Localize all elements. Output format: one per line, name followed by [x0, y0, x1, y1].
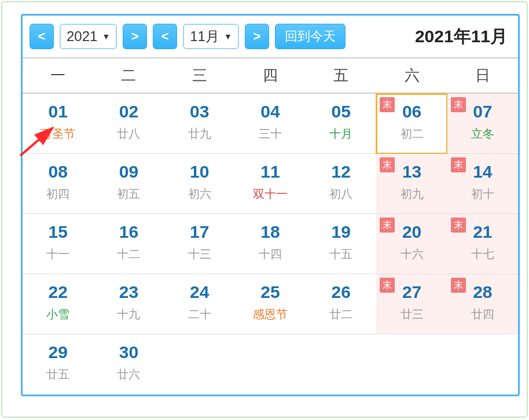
day-cell[interactable]: 末28廿四: [447, 274, 518, 334]
day-subtitle: 万圣节: [23, 126, 93, 142]
day-subtitle: 初四: [23, 186, 93, 202]
day-cell[interactable]: 25感恩节: [235, 274, 306, 334]
day-subtitle: 廿五: [23, 367, 93, 382]
day-cell[interactable]: 04三十: [235, 94, 306, 154]
day-subtitle: 初六: [164, 186, 235, 202]
day-cell[interactable]: 16十二: [93, 214, 164, 274]
day-subtitle: 廿三: [376, 307, 447, 322]
today-button[interactable]: 回到今天: [275, 24, 346, 49]
year-select[interactable]: 2021 ▼: [60, 24, 117, 49]
day-cell: [235, 334, 306, 395]
day-subtitle: 十月: [306, 126, 376, 142]
day-number: 03: [164, 102, 235, 121]
day-cell[interactable]: 18十四: [235, 214, 306, 274]
weekend-badge: 末: [451, 218, 466, 233]
weekday-label: 六: [376, 58, 447, 93]
day-subtitle: 初二: [376, 126, 447, 142]
day-cell[interactable]: 09初五: [93, 154, 164, 214]
chevron-down-icon: ▼: [102, 32, 110, 41]
day-cell[interactable]: 29廿五: [23, 334, 93, 395]
prev-month-button[interactable]: <: [153, 24, 177, 49]
day-subtitle: 三十: [235, 126, 306, 142]
day-subtitle: 立冬: [447, 126, 518, 142]
prev-year-button[interactable]: <: [30, 24, 54, 49]
day-cell[interactable]: 末06初二: [376, 94, 447, 154]
day-subtitle: 廿四: [447, 307, 518, 322]
day-subtitle: 十一: [23, 246, 93, 262]
calendar-grid: 01万圣节02廿八03廿九04三十05十月末06初二末07立冬08初四09初五1…: [23, 94, 518, 395]
day-cell[interactable]: 末13初九: [376, 154, 447, 214]
weekend-badge: 末: [380, 278, 395, 293]
day-cell[interactable]: 01万圣节: [23, 94, 93, 154]
day-cell[interactable]: 23十九: [93, 274, 164, 334]
day-cell[interactable]: 24二十: [164, 274, 235, 334]
day-subtitle: 十五: [306, 246, 376, 262]
day-number: 12: [306, 162, 376, 182]
day-subtitle: 廿九: [164, 126, 235, 142]
day-cell[interactable]: 11双十一: [235, 154, 306, 214]
day-number: 18: [235, 222, 306, 242]
day-subtitle: 双十一: [235, 186, 306, 202]
day-cell[interactable]: 03廿九: [164, 94, 235, 154]
day-cell[interactable]: 12初八: [306, 154, 376, 214]
day-number: 16: [93, 222, 164, 242]
calendar-title: 2021年11月: [415, 25, 511, 49]
day-cell[interactable]: 末07立冬: [447, 94, 518, 154]
day-cell[interactable]: 26廿二: [306, 274, 376, 334]
day-number: 08: [23, 162, 93, 182]
next-month-button[interactable]: >: [245, 24, 269, 49]
day-cell[interactable]: 22小雪: [23, 274, 93, 334]
day-cell[interactable]: 末14初十: [447, 154, 518, 214]
day-subtitle: 初八: [306, 186, 376, 202]
day-cell[interactable]: 05十月: [306, 94, 376, 154]
day-subtitle: 初九: [376, 186, 447, 202]
day-cell[interactable]: 08初四: [23, 154, 93, 214]
day-cell[interactable]: 30廿六: [93, 334, 164, 395]
weekday-label: 四: [235, 58, 306, 93]
day-number: 01: [23, 102, 93, 121]
day-subtitle: 十六: [376, 246, 447, 262]
day-number: 29: [23, 342, 93, 362]
month-select[interactable]: 11月 ▼: [183, 24, 239, 49]
calendar-panel: < 2021 ▼ > < 11月 ▼ > 回到今天 2021年11月 一二三四五…: [21, 14, 520, 396]
weekend-badge: 末: [451, 278, 466, 293]
day-number: 17: [164, 222, 235, 242]
weekday-header: 一二三四五六日: [23, 57, 518, 94]
weekend-badge: 末: [451, 97, 466, 112]
day-number: 26: [306, 282, 376, 302]
weekday-label: 三: [164, 58, 235, 93]
day-cell: [306, 334, 376, 395]
day-subtitle: 初五: [93, 186, 164, 202]
day-cell[interactable]: 02廿八: [93, 94, 164, 154]
day-subtitle: 十二: [93, 246, 164, 262]
weekend-badge: 末: [380, 157, 395, 172]
weekday-label: 日: [447, 58, 518, 93]
day-cell[interactable]: 10初六: [164, 154, 235, 214]
day-number: 15: [23, 222, 93, 242]
weekday-label: 五: [306, 58, 376, 93]
day-cell: [376, 334, 447, 395]
day-number: 19: [306, 222, 376, 242]
day-subtitle: 小雪: [23, 307, 93, 322]
calendar-header: < 2021 ▼ > < 11月 ▼ > 回到今天 2021年11月: [23, 16, 518, 57]
day-subtitle: 十九: [93, 307, 164, 322]
day-cell[interactable]: 15十一: [23, 214, 93, 274]
day-cell[interactable]: 末20十六: [376, 214, 447, 274]
next-year-button[interactable]: >: [123, 24, 147, 49]
day-number: 24: [164, 282, 235, 302]
day-cell[interactable]: 末21十七: [447, 214, 518, 274]
day-cell: [447, 334, 518, 395]
chevron-down-icon: ▼: [224, 32, 232, 41]
month-select-value: 11月: [190, 27, 219, 46]
day-subtitle: 廿六: [93, 367, 164, 382]
day-subtitle: 感恩节: [235, 307, 306, 322]
day-cell[interactable]: 末27廿三: [376, 274, 447, 334]
day-cell[interactable]: 19十五: [306, 214, 376, 274]
weekend-badge: 末: [380, 218, 395, 233]
day-cell[interactable]: 17十三: [164, 214, 235, 274]
day-subtitle: 廿八: [93, 126, 164, 142]
day-cell: [164, 334, 235, 395]
year-select-value: 2021: [67, 28, 97, 45]
weekend-badge: 末: [380, 97, 395, 112]
day-subtitle: 十七: [447, 246, 518, 262]
